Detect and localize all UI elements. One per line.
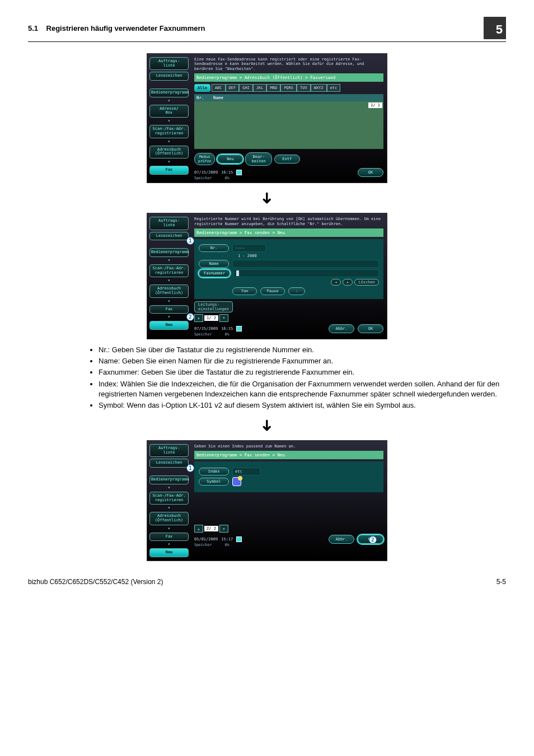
section-text: Registrieren häufig verwendeter Faxnumme… xyxy=(46,24,205,32)
pager: ▴ 1/ 2 ▾ xyxy=(194,314,383,322)
chevron-down-icon: ▾ xyxy=(149,542,189,547)
entf-button[interactable]: Entf xyxy=(274,155,300,164)
pause-button[interactable]: Pause xyxy=(260,287,285,295)
tab-ghi[interactable]: GHI xyxy=(239,84,253,92)
tab-abc[interactable]: ABC xyxy=(212,84,226,92)
chevron-down-icon: ▾ xyxy=(149,298,189,304)
side-neu[interactable]: Neu xyxy=(149,321,189,330)
side-bedienerprogramm[interactable]: Bedienerprogramm xyxy=(149,248,189,257)
side-bedienerprogramm[interactable]: Bedienerprogramm xyxy=(149,88,189,97)
chevron-down-icon: ▾ xyxy=(149,505,189,510)
pager: ▴ 2/ 2 ▾ xyxy=(194,525,383,533)
filter-tabs: Alle ABC DEF GHI JKL MNO PQRS TUV WXYZ e… xyxy=(194,84,383,92)
neu-button[interactable]: Neu xyxy=(217,155,243,164)
status-mempct: 0% xyxy=(225,332,229,337)
status-mempct: 0% xyxy=(225,543,229,547)
side-bedienerprogramm[interactable]: Bedienerprogramm xyxy=(149,475,189,484)
side-panel: Auftrags-liste Lesezeichen Bedienerprogr… xyxy=(147,213,191,339)
instruction-text: Geben Sie einen Index passend zum Namen … xyxy=(194,444,383,449)
memory-icon xyxy=(236,170,242,175)
breadcrumb: Bedienerprogramm > Fax senden > Neu xyxy=(194,228,383,237)
callout-2: 2 xyxy=(369,536,377,544)
bullet-name: Name: Geben Sie einen Namen für die zu r… xyxy=(99,356,506,366)
side-scan-fax[interactable]: Scan-/Fax-Adr.registrieren xyxy=(149,492,189,505)
chevron-down-icon: ▾ xyxy=(149,98,189,103)
side-neu[interactable]: Neu xyxy=(149,548,189,557)
dash-button[interactable]: - xyxy=(288,287,305,295)
side-scan-fax[interactable]: Scan-/Fax-Adr.registrieren xyxy=(149,264,189,277)
side-fax[interactable]: Fax xyxy=(149,305,189,314)
bullet-nr: Nr.: Geben Sie über die Tastatur die zu … xyxy=(99,345,506,355)
side-lesezeichen[interactable]: Lesezeichen xyxy=(149,232,189,241)
tab-jkl[interactable]: JKL xyxy=(253,84,267,92)
chevron-down-icon: ▾ xyxy=(149,278,189,283)
side-fax[interactable]: Fax xyxy=(149,533,189,542)
pager-down-button[interactable]: ▾ xyxy=(219,314,228,322)
bullet-faxnummer: Faxnummer: Geben Sie über die Tastatur d… xyxy=(99,367,506,377)
status-date: 07/15/2009 xyxy=(194,170,218,175)
tab-alle[interactable]: Alle xyxy=(194,84,210,92)
pager-down-button[interactable]: ▾ xyxy=(219,525,228,533)
screenshot-2: 1 2 Auftrags-liste Lesezeichen Bedienerp… xyxy=(147,213,387,339)
side-adressbuch[interactable]: Adressbuch(Öffentlich) xyxy=(149,284,189,297)
chevron-down-icon: ▾ xyxy=(149,159,189,164)
faxnummer-label[interactable]: Faxnummer xyxy=(199,269,230,277)
main-panel: Eine neue Fax-Sendeadresse kann registri… xyxy=(191,54,387,183)
nr-value: ---- xyxy=(232,244,266,252)
tab-etc[interactable]: etc xyxy=(327,84,341,92)
side-auftragsliste[interactable]: Auftrags-liste xyxy=(149,444,189,457)
leitungseinstellungen-button[interactable]: Leitungs-einstellungen xyxy=(194,301,233,312)
tab-tuv[interactable]: TUV xyxy=(297,84,311,92)
action-buttons: Modusprüfen Neu Bear-beiten Entf xyxy=(194,152,383,166)
col-nr: Nr. xyxy=(196,95,213,100)
chevron-down-icon: ▾ xyxy=(149,526,189,531)
main-panel: Registrierte Nummer wird bei Berührung v… xyxy=(191,213,387,339)
callout-1: 1 xyxy=(186,464,194,472)
side-fax[interactable]: Fax xyxy=(149,166,189,175)
page-footer: bizhub C652/C652DS/C552/C452 (Version 2)… xyxy=(28,578,506,586)
bullet-list: Nr.: Geben Sie über die Tastatur die zu … xyxy=(90,345,506,410)
side-lesezeichen[interactable]: Lesezeichen xyxy=(149,459,189,468)
chevron-down-icon: ▾ xyxy=(149,118,189,123)
list-header: Nr. Name xyxy=(194,94,383,101)
loeschen-button[interactable]: Löschen xyxy=(354,279,379,286)
side-scan-fax[interactable]: Scan-/Fax-Adr.registrieren xyxy=(149,125,189,138)
side-auftragsliste[interactable]: Auftrags-liste xyxy=(149,57,189,70)
tab-pqrs[interactable]: PQRS xyxy=(280,84,297,92)
chevron-down-icon: ▾ xyxy=(149,258,189,263)
text-cursor-icon xyxy=(236,270,239,276)
status-mem: Speicher xyxy=(194,332,212,337)
bullet-index: Index: Wählen Sie die Indexzeichen, die … xyxy=(99,379,506,399)
modus-pruefen-button[interactable]: Modusprüfen xyxy=(194,153,215,165)
nr-label[interactable]: Nr. xyxy=(199,244,229,252)
arrow-right-button[interactable]: ▸ xyxy=(343,279,353,286)
name-label[interactable]: Name xyxy=(199,260,229,268)
side-lesezeichen[interactable]: Lesezeichen xyxy=(149,72,189,81)
side-adressbuch[interactable]: Adressbuch(Öffentlich) xyxy=(149,512,189,525)
tab-mno[interactable]: MNO xyxy=(266,84,280,92)
page-indicator: 1/ 1 xyxy=(368,102,382,108)
status-time: 16:15 xyxy=(221,170,233,175)
tab-wxyz[interactable]: WXYZ xyxy=(311,84,327,92)
page-header: 5.1 Registrieren häufig verwendeter Faxn… xyxy=(28,17,506,42)
side-adresse-box[interactable]: Adresse/Box xyxy=(149,105,189,118)
instruction-text: Eine neue Fax-Sendeadresse kann registri… xyxy=(194,57,383,71)
pager-label: 2/ 2 xyxy=(204,526,218,531)
status-date: 07/15/2009 xyxy=(194,326,218,331)
side-adressbuch[interactable]: Adressbuch(Öffentlich) xyxy=(149,146,189,158)
chevron-down-icon: ▾ xyxy=(149,485,189,490)
ton-button[interactable]: Ton xyxy=(232,287,257,295)
bullet-symbol: Symbol: Wenn das i-Option LK-101 v2 auf … xyxy=(99,400,506,410)
screenshot-1: Auftrags-liste Lesezeichen Bedienerprogr… xyxy=(147,53,387,183)
bearbeiten-button[interactable]: Bear-beiten xyxy=(245,152,271,166)
symbol-label[interactable]: Symbol xyxy=(199,478,229,486)
side-auftragsliste[interactable]: Auftrags-liste xyxy=(149,217,189,230)
arrow-left-button[interactable]: ◂ xyxy=(331,279,341,286)
faxnummer-input[interactable] xyxy=(233,269,379,277)
index-label[interactable]: Index xyxy=(199,468,229,475)
pager-up-button[interactable]: ▴ xyxy=(194,525,203,533)
side-panel: Auftrags-liste Lesezeichen Bedienerprogr… xyxy=(147,441,191,561)
pager-up-button[interactable]: ▴ xyxy=(194,314,203,322)
tab-def[interactable]: DEF xyxy=(226,84,240,92)
name-input[interactable] xyxy=(232,260,379,268)
